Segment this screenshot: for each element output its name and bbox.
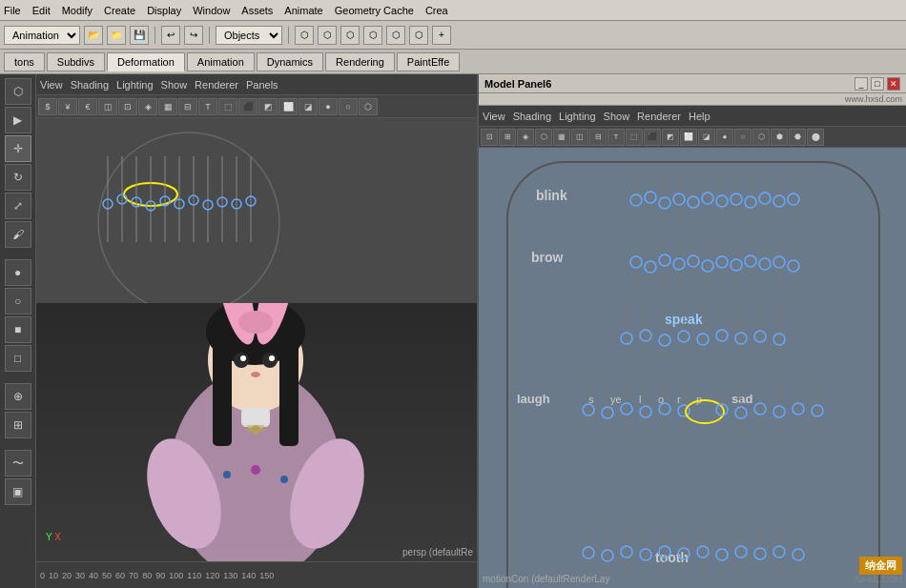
sidebar-rotate-icon[interactable]: ↻ [5, 164, 31, 191]
sidebar-arrow-icon[interactable]: ▶ [5, 107, 31, 133]
rp-tb-15[interactable]: ○ [734, 129, 752, 146]
menu-edit[interactable]: Edit [32, 5, 51, 16]
vp-tb-6[interactable]: ◈ [138, 98, 157, 115]
vp-tb-5[interactable]: ⊡ [118, 98, 137, 115]
toolbar-icon-5[interactable]: ↪ [184, 26, 203, 45]
tab-animation[interactable]: Animation [187, 52, 255, 71]
menu-display[interactable]: Display [147, 5, 181, 16]
tab-deformation[interactable]: Deformation [107, 52, 185, 71]
toolbar-icon-9[interactable]: ⬡ [363, 26, 382, 45]
rp-tb-6[interactable]: ◫ [571, 129, 588, 146]
rp-tb-17[interactable]: ⬢ [771, 129, 788, 146]
vp-menu-shading[interactable]: Shading [71, 79, 109, 91]
vp-tb-12[interactable]: ◩ [258, 98, 278, 115]
sidebar-snap-icon[interactable]: ⊕ [5, 383, 31, 410]
tab-dynamics[interactable]: Dynamics [257, 52, 323, 71]
menu-geometry-cache[interactable]: Geometry Cache [335, 5, 414, 16]
rp-tb-7[interactable]: ⊟ [589, 129, 607, 146]
vp-tb-17[interactable]: ⬡ [359, 98, 378, 115]
tab-tons[interactable]: tons [4, 52, 45, 71]
rp-tb-2[interactable]: ⊞ [499, 129, 516, 146]
menu-create[interactable]: Create [104, 5, 135, 16]
vp-menu-lighting[interactable]: Lighting [116, 79, 154, 91]
rp-tb-4[interactable]: ⬡ [535, 129, 552, 146]
vp-tb-16[interactable]: ○ [339, 98, 358, 115]
rp-tb-3[interactable]: ◈ [517, 129, 534, 146]
toolbar-icon-3[interactable]: 💾 [130, 26, 149, 45]
menu-animate[interactable]: Animate [284, 5, 322, 16]
vp-tb-4[interactable]: ◫ [98, 98, 117, 115]
toolbar-icon-11[interactable]: ⬡ [409, 26, 428, 45]
toolbar-icon-4[interactable]: ↩ [161, 26, 180, 45]
rp-menu-help[interactable]: Help [689, 111, 710, 122]
vp-tb-11[interactable]: ⬛ [238, 98, 257, 115]
menu-file[interactable]: File [4, 5, 21, 16]
toolbar-icon-8[interactable]: ⬡ [340, 26, 360, 45]
vp-tb-1[interactable]: $ [38, 98, 57, 115]
tab-painteffects[interactable]: PaintEffe [397, 52, 460, 71]
menu-window[interactable]: Window [193, 5, 230, 16]
sidebar-cube2-icon[interactable]: □ [5, 345, 31, 372]
menu-modify[interactable]: Modify [62, 5, 93, 16]
vp-tb-15[interactable]: ● [319, 98, 338, 115]
vp-tb-13[interactable]: ⬜ [278, 98, 298, 115]
rp-tb-16[interactable]: ⬡ [752, 129, 770, 146]
panel-titlebar: Model Panel6 _ □ ✕ [479, 74, 906, 93]
rp-tb-12[interactable]: ⬜ [680, 129, 697, 146]
toolbar-icon-2[interactable]: 📁 [107, 26, 126, 45]
rp-tb-19[interactable]: ⬤ [807, 129, 824, 146]
sidebar-render-icon[interactable]: ▣ [5, 478, 31, 505]
vp-tb-3[interactable]: € [78, 98, 97, 115]
animation-dropdown[interactable]: Animation [4, 26, 80, 45]
rp-menu-renderer[interactable]: Renderer [637, 111, 681, 122]
rp-tb-13[interactable]: ◪ [698, 129, 715, 146]
toolbar-icon-12[interactable]: + [432, 26, 451, 45]
vp-tb-7[interactable]: ▦ [158, 98, 177, 115]
rp-menu-lighting[interactable]: Lighting [559, 111, 596, 122]
sidebar-paint-icon[interactable]: 🖌 [5, 221, 31, 248]
vp-menu-show[interactable]: Show [161, 79, 188, 91]
rp-tb-1[interactable]: ⊡ [481, 129, 498, 146]
timeline-100: 100 [169, 571, 183, 580]
objects-dropdown[interactable]: Objects [216, 26, 282, 45]
menu-assets[interactable]: Assets [241, 5, 273, 16]
sidebar-move-icon[interactable]: ✛ [5, 135, 31, 162]
vp-tb-8[interactable]: ⊟ [178, 98, 197, 115]
rp-tb-14[interactable]: ● [716, 129, 733, 146]
sidebar-sphere2-icon[interactable]: ○ [5, 288, 31, 314]
vp-menu-renderer[interactable]: Renderer [195, 79, 238, 91]
panel-minimize-btn[interactable]: _ [855, 77, 868, 91]
rp-tb-5[interactable]: ▦ [553, 129, 570, 146]
rp-tb-8[interactable]: T [607, 129, 625, 146]
vp-tb-9[interactable]: T [198, 98, 217, 115]
toolbar-icon-1[interactable]: 📂 [84, 26, 103, 45]
toolbar-icon-7[interactable]: ⬡ [318, 26, 337, 45]
vp-tb-14[interactable]: ◪ [299, 98, 318, 115]
rp-menu-shading[interactable]: Shading [513, 111, 551, 122]
sidebar-select-icon[interactable]: ⬡ [5, 78, 31, 105]
rp-tb-10[interactable]: ⬛ [644, 129, 661, 146]
rp-menu-view[interactable]: View [483, 111, 505, 122]
sidebar-scale-icon[interactable]: ⤢ [5, 193, 31, 219]
rp-menu-show[interactable]: Show [604, 111, 630, 122]
sidebar-cube-icon[interactable]: ■ [5, 316, 31, 343]
tab-subdivs[interactable]: Subdivs [47, 52, 105, 71]
sidebar-curve-icon[interactable]: 〜 [5, 450, 31, 476]
panel-close-btn[interactable]: ✕ [887, 77, 900, 91]
timeline-50: 50 [102, 571, 112, 580]
tab-rendering[interactable]: Rendering [325, 52, 395, 71]
toolbar-icon-6[interactable]: ⬡ [295, 26, 314, 45]
toolbar-icon-10[interactable]: ⬡ [386, 26, 405, 45]
rp-tb-9[interactable]: ⬚ [626, 129, 643, 146]
vp-tb-10[interactable]: ⬚ [218, 98, 237, 115]
vp-menu-view[interactable]: View [40, 79, 63, 91]
sidebar-grid-icon[interactable]: ⊞ [5, 412, 31, 438]
rp-tb-18[interactable]: ⬣ [789, 129, 806, 146]
sidebar-sphere-icon[interactable]: ● [5, 259, 31, 286]
rp-tb-11[interactable]: ◩ [662, 129, 679, 146]
viewport-canvas[interactable]: tooth ooth [36, 118, 477, 588]
vp-menu-panels[interactable]: Panels [246, 79, 278, 91]
menu-crea[interactable]: Crea [425, 5, 448, 16]
vp-tb-2[interactable]: ¥ [58, 98, 77, 115]
panel-maximize-btn[interactable]: □ [871, 77, 884, 91]
